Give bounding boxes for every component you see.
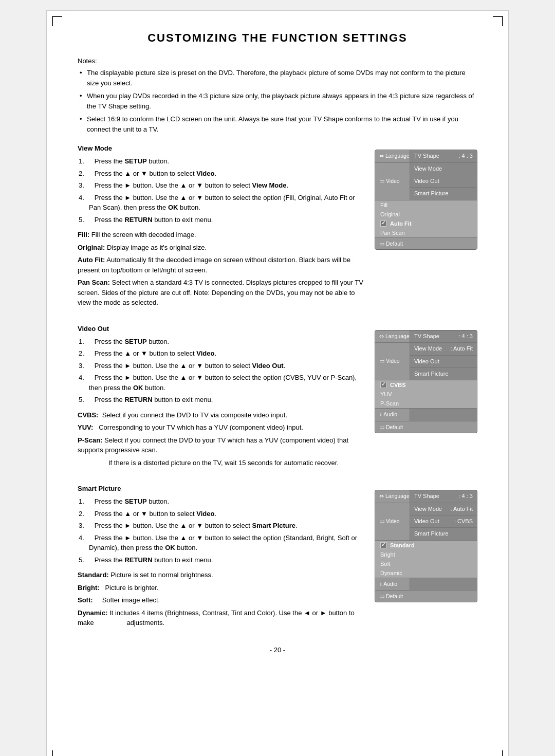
video-out-menu-item2: Video Out: [410, 356, 477, 368]
corner-tr: [493, 16, 503, 26]
step: 4. Press the ► button. Use the ▲ or ▼ bu…: [78, 193, 364, 213]
video-out-section: Video Out 1. Press the SETUP button. 2. …: [78, 325, 477, 471]
video-icon: ▭: [379, 178, 384, 185]
tv-shape-item: TV Shape : 4 : 3: [410, 150, 477, 162]
language-icon3: ⇔: [379, 493, 384, 500]
menu-row-language: ⇔ Language TV Shape : 4 : 3: [375, 150, 477, 163]
view-mode-menu: ⇔ Language TV Shape : 4 : 3 ▭ Video: [375, 150, 477, 250]
step: 1. Press the SETUP button.: [78, 156, 364, 167]
audio-label3: ♪ Audio: [375, 578, 410, 591]
note-item-3: Select 16:9 to conform the LCD screen on…: [78, 114, 477, 134]
view-mode-menu-item3: View Mode : Auto Fit: [410, 503, 477, 515]
view-mode-text: View Mode 1. Press the SETUP button. 2. …: [78, 144, 364, 310]
original-option: Original: [375, 210, 477, 219]
view-mode-menu-item2: View Mode : Auto Fit: [410, 343, 477, 355]
yuv-option: YUV: [375, 390, 477, 399]
default-icon3: ▭: [379, 593, 384, 599]
smart-picture-steps: 1. Press the SETUP button. 2. Press the …: [78, 496, 364, 565]
smart-picture-menu: ⇔ Language TV Shape : 4 : 3 ▭ Video: [375, 490, 477, 602]
video-out-text: Video Out 1. Press the SETUP button. 2. …: [78, 325, 364, 471]
menu-row-audio2: ♪ Audio: [375, 409, 477, 421]
step: 5. Press the RETURN button to exit menu.: [78, 395, 364, 405]
pscan-desc: P-Scan: Select if you connect the DVD to…: [78, 435, 364, 455]
fill-option: Fill: [375, 200, 477, 210]
video-label2: ▭ Video: [375, 343, 410, 380]
menu-row-language2: ⇔ Language TV Shape : 4 : 3: [375, 330, 477, 343]
default-row3: ▭ Default: [375, 591, 477, 602]
step: 2. Press the ▲ or ▼ button to select Vid…: [78, 509, 364, 519]
smartpic-options-row: Standard Bright Soft Dynamic: [375, 541, 477, 578]
panscan-desc: Pan Scan: Select when a standard 4:3 TV …: [78, 278, 364, 308]
language-label2: ⇔ Language: [375, 330, 410, 343]
menu-row-video: ▭ Video View Mode Video Out Smart Pictur…: [375, 163, 477, 200]
standard-desc: Standard: Picture is set to normal brigh…: [78, 570, 364, 580]
view-mode-steps: 1. Press the SETUP button. 2. Press the …: [78, 156, 364, 225]
smart-picture-title: Smart Picture: [78, 485, 364, 492]
step: 5. Press the RETURN button to exit menu.: [78, 555, 364, 565]
menu-row-audio3: ♪ Audio: [375, 578, 477, 591]
smart-picture-menu-item3: Smart Picture: [410, 528, 477, 540]
step: 5. Press the RETURN button to exit menu.: [78, 215, 364, 225]
corner-br: [493, 750, 503, 756]
corner-tl: [52, 16, 62, 26]
tv-shape-item2: TV Shape : 4 : 3: [410, 330, 477, 342]
soft-desc: Soft: Softer image effect.: [78, 595, 364, 605]
step: 3. Press the ► button. Use the ▲ or ▼ bu…: [78, 361, 364, 371]
smart-picture-section: Smart Picture 1. Press the SETUP button.…: [78, 485, 477, 631]
audio-label2: ♪ Audio: [375, 409, 410, 421]
note-item-2: When you play DVDs recorded in the 4:3 p…: [78, 91, 477, 111]
bright-option: Bright: [375, 550, 477, 559]
page-number: - 20 -: [78, 646, 477, 654]
default-row2: ▭ Default: [375, 421, 477, 433]
step: 3. Press the ► button. Use the ▲ or ▼ bu…: [78, 521, 364, 531]
view-mode-title: View Mode: [78, 144, 364, 152]
step: 1. Press the SETUP button.: [78, 337, 364, 347]
language-icon: ⇔: [379, 153, 384, 160]
step: 2. Press the ▲ or ▼ button to select Vid…: [78, 348, 364, 359]
default-row: ▭ Default: [375, 238, 477, 249]
viewmode-options-row: Fill Original Auto Fit Pan Scan: [375, 200, 477, 238]
distort-desc: If there is a distorted picture on the T…: [78, 458, 364, 468]
bright-desc: Bright: Picture is brighter.: [78, 583, 364, 593]
video-out-title: Video Out: [78, 325, 364, 333]
video-icon2: ▭: [379, 358, 384, 365]
dynamic-option: Dynamic: [375, 568, 477, 578]
pscan-option: P-Scan: [375, 399, 477, 408]
video-out-steps: 1. Press the SETUP button. 2. Press the …: [78, 337, 364, 405]
audio-icon2: ♪: [379, 411, 382, 418]
fill-desc: Fill: Fill the screen with decoded image…: [78, 230, 364, 240]
video-out-menu-item3: Video Out : CVBS: [410, 515, 477, 528]
cvbs-desc: CVBS: Select if you connect the DVD to T…: [78, 410, 364, 420]
step: 4. Press the ► button. Use the ▲ or ▼ bu…: [78, 373, 364, 393]
video-out-menu-item: Video Out: [410, 175, 477, 188]
cvbs-option: CVBS: [375, 380, 477, 390]
step: 1. Press the SETUP button.: [78, 496, 364, 507]
dynamic-desc: Dynamic: It includes 4 items (Brightness…: [78, 608, 364, 628]
video-label: ▭ Video: [375, 163, 410, 200]
autofit-check: [380, 220, 386, 227]
tv-shape-item3: TV Shape : 4 : 3: [410, 490, 477, 502]
corner-bl: [52, 750, 62, 756]
notes-list: The displayable picture size is preset o…: [78, 68, 477, 134]
menu-row-video2: ▭ Video View Mode : Auto Fit Video Out S…: [375, 343, 477, 380]
standard-option: Standard: [375, 541, 477, 550]
soft-option: Soft: [375, 559, 477, 568]
language-icon2: ⇔: [379, 333, 384, 340]
video-label3: ▭ Video: [375, 503, 410, 540]
autofit-option: Auto Fit: [375, 219, 477, 228]
smart-picture-menu-item: Smart Picture: [410, 188, 477, 199]
default-icon: ▭: [379, 241, 384, 247]
notes-label: Notes:: [78, 57, 477, 65]
smart-picture-text: Smart Picture 1. Press the SETUP button.…: [78, 485, 364, 631]
videoout-options-row: CVBS YUV P-Scan: [375, 380, 477, 409]
panscan-option: Pan Scan: [375, 228, 477, 237]
menu-row-language3: ⇔ Language TV Shape : 4 : 3: [375, 490, 477, 503]
language-label3: ⇔ Language: [375, 490, 410, 503]
menu-row-video3: ▭ Video View Mode : Auto Fit Video Out :…: [375, 503, 477, 541]
note-item-1: The displayable picture size is preset o…: [78, 68, 477, 88]
cvbs-check: [380, 382, 386, 388]
video-out-menu: ⇔ Language TV Shape : 4 : 3 ▭ Video: [375, 330, 477, 433]
view-mode-menu-item: View Mode: [410, 163, 477, 175]
step: 3. Press the ► button. Use the ▲ or ▼ bu…: [78, 180, 364, 191]
step: 2. Press the ▲ or ▼ button to select Vid…: [78, 169, 364, 179]
